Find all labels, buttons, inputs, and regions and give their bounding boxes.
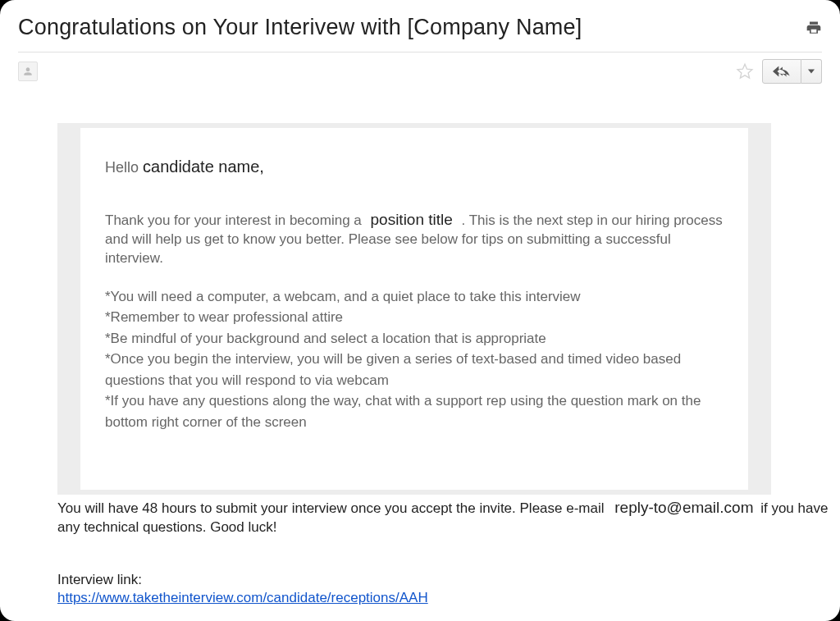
tip-item: *Once you begin the interview, you will … [105,349,724,390]
intro-paragraph: Thank you for your interest in becoming … [105,209,724,268]
position-title-placeholder: position title [366,209,458,231]
more-actions-button[interactable] [801,59,822,84]
candidate-name-placeholder: candidate name, [143,158,264,176]
below-box-section: You will have 48 hours to submit your in… [57,495,829,621]
interview-link[interactable]: https://www.taketheinterview.com/candida… [57,590,428,606]
email-toolbar [18,53,822,84]
print-icon[interactable] [806,20,822,36]
star-icon[interactable] [736,62,754,80]
greeting: Hello candidate name, [105,158,724,176]
reply-button-group [762,59,822,84]
reply-email-placeholder: reply-to@email.com [608,498,756,518]
interview-link-label: Interview link: [57,572,829,588]
email-content-box: Hello candidate name, Thank you for your… [57,123,771,495]
tip-item: *Be mindful of your background and selec… [105,328,724,349]
deadline-text-1: You will have 48 hours to submit your in… [57,500,608,516]
intro-text-1: Thank you for your interest in becoming … [105,212,366,228]
sender-avatar[interactable] [18,62,38,81]
email-subject: Congratulations on Your Interivew with [… [18,15,582,40]
greeting-prefix: Hello [105,159,143,176]
deadline-paragraph: You will have 48 hours to submit your in… [57,498,829,536]
tip-item: *If you have any questions along the way… [105,390,724,432]
tip-item: *You will need a computer, a webcam, and… [105,286,724,308]
email-header: Congratulations on Your Interivew with [… [18,15,822,47]
reply-button[interactable] [762,59,801,84]
email-body: Hello candidate name, Thank you for your… [18,84,822,621]
email-window: Congratulations on Your Interivew with [… [0,0,840,621]
tip-item: *Remember to wear professional attire [105,307,724,328]
tips-list: *You will need a computer, a webcam, and… [105,286,724,433]
